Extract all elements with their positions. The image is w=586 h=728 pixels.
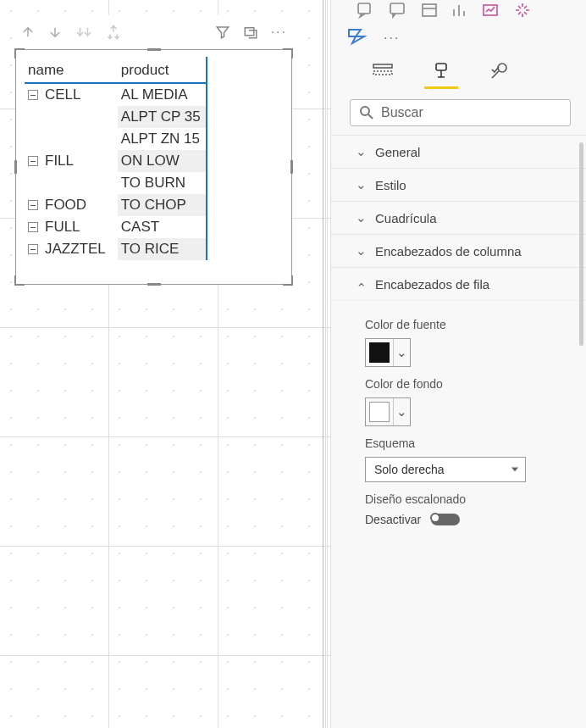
visualizations-pane: ··· Buscar ⌄ General ⌄ Estilo ⌄ Cuadrícu… xyxy=(330,0,586,728)
resize-handle-left[interactable] xyxy=(14,160,17,174)
section-style[interactable]: ⌄ Estilo xyxy=(331,168,586,201)
table-row[interactable]: ALPT CP 35 xyxy=(25,106,207,128)
chevron-down-icon[interactable]: ⌄ xyxy=(393,398,410,425)
section-column-headers[interactable]: ⌄ Encabezados de columna xyxy=(331,234,586,267)
bg-color-swatch xyxy=(369,402,390,422)
value-cell[interactable]: ON LOW xyxy=(118,150,207,172)
section-grid-label: Cuadrícula xyxy=(375,211,437,225)
report-canvas[interactable]: ··· name product CELLAL MEDIAALPT CP 35A… xyxy=(0,0,330,728)
outline-value: Solo derecha xyxy=(374,463,445,476)
card-icon[interactable] xyxy=(421,2,438,19)
row-header-cell[interactable]: FOOD xyxy=(25,194,118,216)
resize-handle-bottom[interactable] xyxy=(147,283,161,286)
chevron-down-icon: ⌄ xyxy=(355,144,367,159)
column-header-product[interactable]: product xyxy=(118,57,207,83)
bg-color-picker[interactable]: ⌄ xyxy=(365,397,411,426)
table-row[interactable]: FULLCAST xyxy=(25,216,207,238)
column-header-name[interactable]: name xyxy=(25,57,118,83)
toggle-knob xyxy=(430,513,440,523)
table-row[interactable]: TO BURN xyxy=(25,172,207,194)
section-grid[interactable]: ⌄ Cuadrícula xyxy=(331,201,586,234)
resize-handle-top[interactable] xyxy=(147,48,161,51)
toggle-off-label: Desactivar xyxy=(365,513,421,526)
sparkle-icon[interactable] xyxy=(514,2,531,19)
tab-format[interactable] xyxy=(424,61,458,89)
row-header-cell[interactable]: FULL xyxy=(25,216,118,238)
filter-icon[interactable] xyxy=(215,25,230,40)
resize-handle-br[interactable] xyxy=(283,275,293,286)
value-cell[interactable]: TO RICE xyxy=(118,238,207,260)
drill-down-icon[interactable] xyxy=(47,25,63,40)
svg-rect-5 xyxy=(373,64,392,68)
tab-fields[interactable] xyxy=(367,61,401,85)
resize-handle-tr[interactable] xyxy=(283,48,293,58)
stepped-layout-toggle[interactable] xyxy=(431,514,460,525)
automate-icon[interactable] xyxy=(346,27,368,49)
chevron-down-icon: ⌄ xyxy=(355,210,367,225)
chat-icon[interactable] xyxy=(389,2,407,19)
expand-hierarchy-icon[interactable] xyxy=(105,24,122,41)
section-style-label: Estilo xyxy=(375,178,406,192)
font-color-label: Color de fuente xyxy=(365,318,572,331)
row-headers-body: Color de fuente ⌄ Color de fondo ⌄ Esque… xyxy=(331,300,586,540)
resize-handle-bl[interactable] xyxy=(14,275,25,286)
matrix-visual-container[interactable]: ··· name product CELLAL MEDIAALPT CP 35A… xyxy=(15,15,292,285)
svg-point-9 xyxy=(361,107,369,115)
chevron-up-icon: ⌄ xyxy=(355,280,367,295)
collapse-icon[interactable] xyxy=(28,156,38,166)
stepped-layout-label: Diseño escalonado xyxy=(365,492,572,506)
drill-all-icon[interactable] xyxy=(75,25,93,40)
font-color-picker[interactable]: ⌄ xyxy=(365,338,411,367)
collapse-icon[interactable] xyxy=(28,244,38,254)
visual-selection-box[interactable]: name product CELLAL MEDIAALPT CP 35ALPT … xyxy=(15,49,292,285)
row-header-cell[interactable]: FILL xyxy=(25,150,118,172)
table-row[interactable]: ALPT ZN 15 xyxy=(25,128,207,150)
row-header-cell[interactable] xyxy=(25,172,118,194)
pane-splitter[interactable] xyxy=(323,0,323,728)
search-input[interactable]: Buscar xyxy=(350,99,571,126)
value-cell[interactable]: CAST xyxy=(118,216,207,238)
outline-dropdown[interactable]: Solo derecha xyxy=(365,457,526,482)
row-header-text: FULL xyxy=(45,219,80,235)
drill-up-icon[interactable] xyxy=(20,25,36,40)
collapse-icon[interactable] xyxy=(28,90,38,100)
more-options-icon[interactable]: ··· xyxy=(271,25,287,40)
collapse-icon[interactable] xyxy=(28,200,38,210)
row-header-cell[interactable] xyxy=(25,128,118,150)
value-cell[interactable]: TO BURN xyxy=(118,172,207,194)
matrix-table[interactable]: name product CELLAL MEDIAALPT CP 35ALPT … xyxy=(25,57,207,260)
more-icon[interactable]: ··· xyxy=(384,31,400,46)
section-row-headers[interactable]: ⌄ Encabezados de fila xyxy=(331,267,586,300)
bg-color-label: Color de fondo xyxy=(365,377,572,391)
format-accordion: ⌄ General ⌄ Estilo ⌄ Cuadrícula ⌄ Encabe… xyxy=(331,135,586,540)
row-header-cell[interactable] xyxy=(25,106,118,128)
section-column-headers-label: Encabezados de columna xyxy=(375,244,522,258)
row-header-cell[interactable]: JAZZTEL xyxy=(25,238,118,260)
row-header-text: CELL xyxy=(45,86,81,103)
svg-rect-0 xyxy=(245,28,254,36)
row-header-cell[interactable]: CELL xyxy=(25,83,118,106)
value-cell[interactable]: ALPT ZN 15 xyxy=(118,128,207,150)
resize-handle-right[interactable] xyxy=(290,160,293,174)
section-general-label: General xyxy=(375,145,420,159)
panel-scrollbar-thumb[interactable] xyxy=(579,142,583,346)
table-row[interactable]: CELLAL MEDIA xyxy=(25,83,207,106)
qna-icon[interactable] xyxy=(357,2,375,19)
visual-toolbar: ··· xyxy=(15,15,292,49)
kpi-icon[interactable] xyxy=(482,2,500,19)
table-row[interactable]: FILLON LOW xyxy=(25,150,207,172)
value-cell[interactable]: AL MEDIA xyxy=(118,83,207,106)
resize-handle-tl[interactable] xyxy=(14,48,25,58)
svg-rect-2 xyxy=(390,3,404,14)
value-cell[interactable]: TO CHOP xyxy=(118,194,207,216)
tab-analytics[interactable] xyxy=(482,61,516,86)
chart-icon[interactable] xyxy=(451,2,468,19)
row-header-text: FOOD xyxy=(45,197,86,213)
table-row[interactable]: JAZZTELTO RICE xyxy=(25,238,207,260)
focus-mode-icon[interactable] xyxy=(242,25,259,40)
chevron-down-icon[interactable]: ⌄ xyxy=(393,339,410,366)
value-cell[interactable]: ALPT CP 35 xyxy=(118,106,207,128)
section-general[interactable]: ⌄ General xyxy=(331,135,586,168)
collapse-icon[interactable] xyxy=(28,222,38,232)
table-row[interactable]: FOODTO CHOP xyxy=(25,194,207,216)
